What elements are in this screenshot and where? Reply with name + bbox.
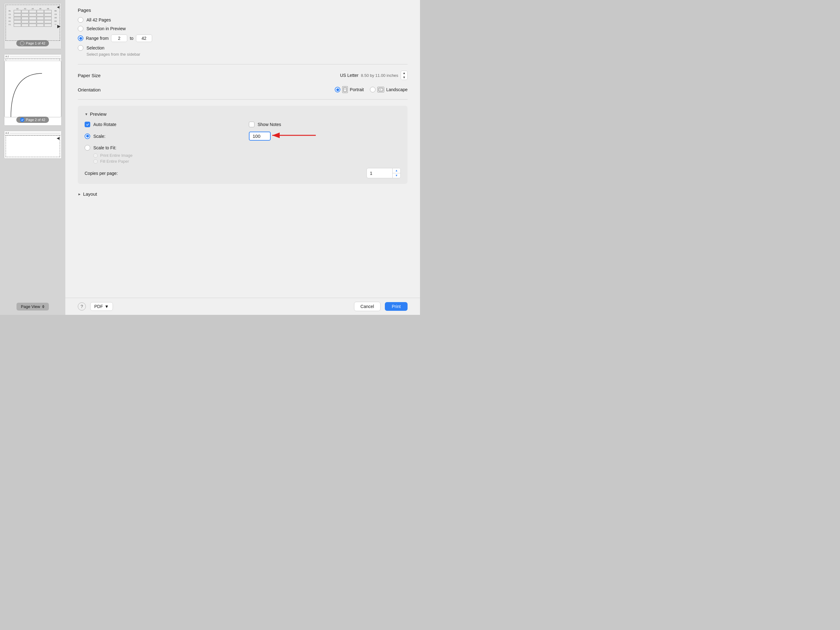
paper-size-dims: 8.50 by 11.00 inches	[361, 73, 398, 78]
copies-per-page-row: Copies per page: 1 ▲ ▼	[85, 168, 401, 178]
radio-all-pages[interactable]	[78, 17, 84, 23]
thumb-dashed-border-3	[6, 135, 60, 157]
show-notes-label: Show Notes	[257, 122, 281, 127]
scale-input[interactable]	[249, 132, 271, 141]
page-label-1: Page 1 of 42	[16, 40, 49, 46]
portrait-label: Portrait	[350, 87, 364, 92]
arrow-tr-3: ◀	[57, 136, 59, 140]
spinner-up-arrow[interactable]: ▲	[401, 71, 407, 75]
label-selection-preview: Selection in Preview	[87, 26, 126, 31]
orientation-row: Orientation Portrait Landscape	[78, 86, 407, 93]
scale-value-row	[249, 132, 401, 141]
preview-title: Preview	[90, 111, 106, 117]
radio-portrait[interactable]	[335, 87, 340, 92]
preview-grid: Auto Rotate Show Notes Scale:	[85, 122, 401, 165]
thumb-topbar-3: A-3	[4, 131, 61, 135]
red-arrow-icon	[269, 129, 319, 145]
print-entire-label: Print Entire Image	[100, 153, 133, 158]
page-check-2	[20, 118, 24, 122]
auto-rotate-row: Auto Rotate	[85, 122, 237, 127]
preview-section: ▼ Preview Auto Rotate	[78, 106, 407, 184]
copies-up-button[interactable]: ▲	[393, 168, 400, 173]
sidebar-bottom: Page View	[16, 303, 49, 311]
show-notes-row: Show Notes	[249, 122, 401, 127]
fill-entire-label: Fill Entire Paper	[100, 159, 129, 164]
page-view-button[interactable]: Page View	[16, 303, 49, 311]
paper-size-value: US Letter 8.50 by 11.00 inches ▲ ▼	[340, 71, 407, 80]
radio-row-range[interactable]: Range from to	[78, 35, 407, 42]
spinner-down-arrow[interactable]: ▼	[401, 75, 407, 80]
panel-content: Pages All 42 Pages Selection in Preview …	[65, 0, 420, 298]
chevron-right-icon: ►	[78, 192, 81, 196]
range-to-label: to	[130, 36, 133, 41]
radio-selection-preview[interactable]	[78, 26, 84, 32]
auto-rotate-label: Auto Rotate	[93, 122, 116, 127]
portrait-option[interactable]: Portrait	[335, 86, 364, 93]
landscape-option[interactable]: Landscape	[370, 87, 407, 92]
copies-value: 1	[367, 169, 392, 177]
label-range: Range from	[86, 36, 109, 41]
radio-print-entire[interactable]	[93, 153, 98, 158]
paper-size-name: US Letter	[340, 73, 358, 78]
cancel-label: Cancel	[361, 304, 374, 309]
help-button[interactable]: ?	[78, 302, 86, 311]
page-radio-1	[20, 41, 24, 46]
bottom-bar: ? PDF ▼ Cancel Print	[65, 298, 420, 315]
pdf-button[interactable]: PDF ▼	[90, 302, 113, 311]
page-thumb-3[interactable]: A-3 ◀	[4, 131, 62, 159]
landscape-label: Landscape	[386, 87, 407, 92]
arch-svg	[4, 61, 61, 117]
radio-scale[interactable]	[85, 133, 90, 139]
scale-label: Scale:	[93, 134, 106, 139]
paper-size-spinner[interactable]: ▲ ▼	[401, 71, 407, 80]
help-label: ?	[81, 304, 83, 309]
svg-rect-2	[379, 88, 383, 91]
radio-scale-to-fit[interactable]	[85, 145, 90, 151]
radio-row-selection[interactable]: Selection	[78, 45, 407, 51]
layout-title: Layout	[83, 191, 97, 197]
checkbox-auto-rotate[interactable]	[85, 122, 90, 127]
print-label: Print	[392, 304, 401, 309]
copies-arrows: ▲ ▼	[392, 168, 400, 178]
print-button[interactable]: Print	[385, 302, 407, 311]
pages-section-title: Pages	[78, 8, 407, 13]
cancel-button[interactable]: Cancel	[354, 302, 381, 311]
scale-fit-options: Print Entire Image Fill Entire Paper	[93, 153, 237, 165]
radio-row-selection-preview[interactable]: Selection in Preview	[78, 26, 407, 32]
page-label-text-2: Page 2 of 42	[26, 118, 45, 122]
range-to-input[interactable]	[136, 35, 152, 42]
page-thumb-1[interactable]: A2A3A4A5A6 B1B6 C1C6 D1D6 E1E6 F1F6 ◀ ▶ …	[4, 3, 62, 49]
main-panel: Pages All 42 Pages Selection in Preview …	[65, 0, 420, 315]
portrait-icon	[342, 86, 348, 93]
copies-stepper: 1 ▲ ▼	[366, 168, 401, 178]
svg-rect-0	[343, 87, 347, 92]
radio-range[interactable]	[78, 35, 84, 41]
checkbox-show-notes[interactable]	[249, 122, 254, 127]
scale-to-fit-label: Scale to Fit:	[93, 145, 116, 150]
checkmark-auto-rotate	[86, 123, 89, 126]
page-thumb-2[interactable]: A-2 ▶ ◀ ▶ ◀ ▶ ◀	[4, 54, 62, 126]
page-label-2: Page 2 of 42	[16, 117, 49, 123]
selection-sublabel: Select pages from the sidebar	[87, 52, 407, 57]
divider-1	[78, 64, 407, 65]
pdf-label: PDF	[94, 304, 103, 309]
page-view-stepper-icon	[42, 305, 44, 308]
layout-section[interactable]: ► Layout	[78, 190, 407, 198]
pdf-chevron-icon: ▼	[104, 304, 109, 309]
print-entire-image-row: Print Entire Image	[93, 153, 237, 158]
copies-down-button[interactable]: ▼	[393, 173, 400, 178]
stepper-up	[42, 305, 44, 306]
landscape-icon	[377, 87, 384, 92]
radio-row-all[interactable]: All 42 Pages	[78, 17, 407, 23]
radio-fill-entire[interactable]	[93, 159, 98, 164]
checkmark-icon-2	[21, 118, 24, 122]
radio-selection[interactable]	[78, 45, 84, 51]
scale-to-fit-right-spacer	[249, 145, 401, 165]
page-view-label: Page View	[21, 304, 40, 309]
orientation-options: Portrait Landscape	[335, 86, 407, 93]
range-from-input[interactable]	[111, 35, 127, 42]
sidebar: A2A3A4A5A6 B1B6 C1C6 D1D6 E1E6 F1F6 ◀ ▶ …	[0, 0, 65, 315]
pages-section: Pages All 42 Pages Selection in Preview …	[78, 8, 407, 57]
radio-landscape[interactable]	[370, 87, 376, 92]
preview-header[interactable]: ▼ Preview	[85, 111, 401, 117]
